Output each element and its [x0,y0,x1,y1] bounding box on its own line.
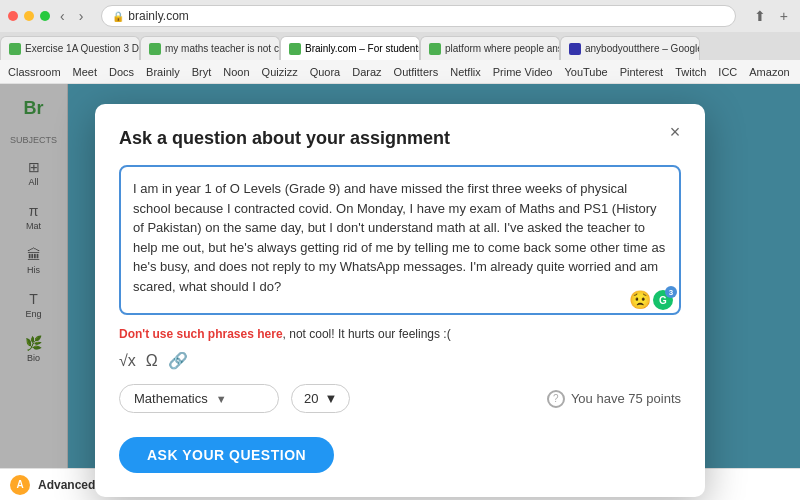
bookmark-netflix[interactable]: Netflix [450,66,481,78]
bookmark-daraz[interactable]: Daraz [352,66,381,78]
points-label: You have 75 points [571,391,681,406]
address-bar[interactable]: 🔒 brainly.com [101,5,735,27]
bookmark-twitch[interactable]: Twitch [675,66,706,78]
textarea-emojis: 😟 G 3 [629,289,673,311]
grammarly-badge: 3 [665,286,677,298]
close-window-button[interactable] [8,11,18,21]
tab-2-favicon [149,43,161,55]
user-level-label: Advanced [38,478,95,492]
tab-4-label: platform where people answer inst... [445,43,560,54]
tab-3[interactable]: Brainly.com – For students. By stu... [280,36,420,60]
ask-question-button[interactable]: ASK YOUR QUESTION [119,437,334,473]
maximize-window-button[interactable] [40,11,50,21]
tab-3-favicon [289,43,301,55]
modal-close-button[interactable]: × [661,118,689,146]
bookmark-quora[interactable]: Quora [310,66,341,78]
textarea-wrapper: 😟 G 3 [119,165,681,319]
tab-2-label: my maths teacher is not cooperati... [165,43,280,54]
url-text: brainly.com [128,9,188,23]
subject-dropdown[interactable]: Mathematics ▼ [119,384,279,413]
bookmark-noon[interactable]: Noon [223,66,249,78]
lock-icon: 🔒 [112,11,124,22]
back-button[interactable]: ‹ [56,6,69,26]
bookmarks-bar: Classroom Meet Docs Brainly Bryt Noon Qu… [0,60,800,84]
warning-bold: Don't use such phrases here [119,327,283,341]
subject-label: Mathematics [134,391,208,406]
points-help-icon[interactable]: ? [547,390,565,408]
grade-label: 20 [304,391,318,406]
warning-normal: , not cool! It hurts our feelings :( [283,327,451,341]
tab-5[interactable]: anybodyoutthere – Google Search [560,36,700,60]
tab-3-label: Brainly.com – For students. By stu... [305,43,420,54]
browser-frame: ‹ › 🔒 brainly.com ⬆ + Exercise 1A Questi… [0,0,800,85]
minimize-window-button[interactable] [24,11,34,21]
user-avatar: A [10,475,30,495]
tab-1-label: Exercise 1A Question 3 D3 Math O... [25,43,140,54]
bookmark-quizizz[interactable]: Quizizz [262,66,298,78]
bookmark-icc[interactable]: ICC [718,66,737,78]
link-icon[interactable]: 🔗 [168,351,188,370]
bookmark-primevideo[interactable]: Prime Video [493,66,553,78]
forward-button[interactable]: › [75,6,88,26]
tab-4[interactable]: platform where people answer inst... [420,36,560,60]
points-info: ? You have 75 points [547,390,681,408]
ask-row: ASK YOUR QUESTION [119,425,681,473]
avatar-letter: A [16,479,23,490]
modal-overlay: Ask a question about your assignment × 😟… [0,84,800,468]
tab-5-label: anybodyoutthere – Google Search [585,43,700,54]
modal-bottom-controls: Mathematics ▼ 20 ▼ ? You have 75 points [119,384,681,413]
browser-tabs: Exercise 1A Question 3 D3 Math O... my m… [0,32,800,60]
bookmark-outfitters[interactable]: Outfitters [394,66,439,78]
tab-1-favicon [9,43,21,55]
tab-1[interactable]: Exercise 1A Question 3 D3 Math O... [0,36,140,60]
bookmark-bryt[interactable]: Bryt [192,66,212,78]
tab-5-favicon [569,43,581,55]
ask-question-modal: Ask a question about your assignment × 😟… [95,104,705,497]
bookmark-youtube[interactable]: YouTube [564,66,607,78]
omega-icon[interactable]: Ω [146,352,158,370]
warning-text: Don't use such phrases here, not cool! I… [119,327,681,341]
bookmark-brainly[interactable]: Brainly [146,66,180,78]
grade-chevron-icon: ▼ [324,391,337,406]
bookmark-docs[interactable]: Docs [109,66,134,78]
bookmark-pinterest[interactable]: Pinterest [620,66,663,78]
grammarly-icon: G 3 [653,290,673,310]
tab-2[interactable]: my maths teacher is not cooperati... [140,36,280,60]
bookmark-amazon[interactable]: Amazon [749,66,789,78]
grade-dropdown[interactable]: 20 ▼ [291,384,350,413]
bookmark-classroom[interactable]: Classroom [8,66,61,78]
sad-emoji: 😟 [629,289,651,311]
modal-title: Ask a question about your assignment [119,128,681,149]
tab-4-favicon [429,43,441,55]
share-button[interactable]: ⬆ [750,6,770,26]
subject-chevron-icon: ▼ [216,393,227,405]
editor-toolbar: √x Ω 🔗 [119,351,681,370]
sqrt-icon[interactable]: √x [119,352,136,370]
bookmark-meet[interactable]: Meet [73,66,97,78]
new-tab-button[interactable]: + [776,6,792,26]
browser-titlebar: ‹ › 🔒 brainly.com ⬆ + [0,0,800,32]
question-textarea[interactable] [119,165,681,315]
